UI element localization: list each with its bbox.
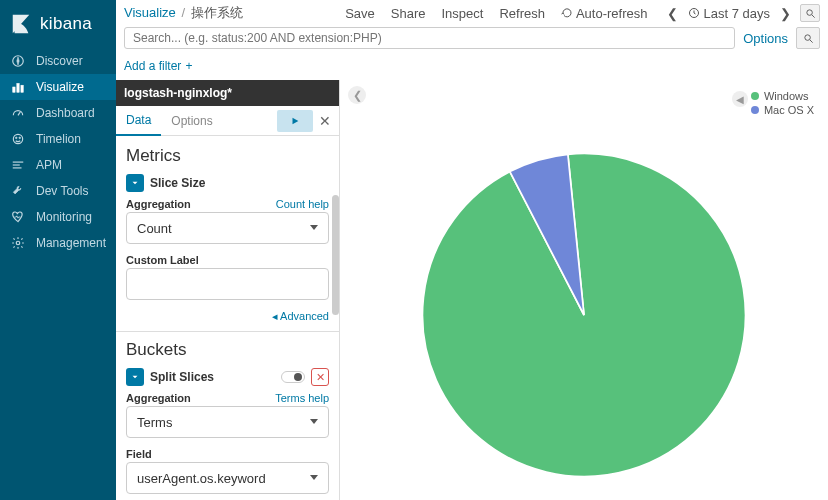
svg-point-13 [806, 9, 812, 15]
compass-icon [10, 53, 26, 69]
timelion-icon [10, 131, 26, 147]
search-icon [805, 8, 816, 19]
sidebar-item-management[interactable]: Management [0, 230, 116, 256]
legend-dot-icon [751, 106, 759, 114]
bucket-aggregation-label: Aggregation [126, 392, 191, 404]
visualization-area: ❮ ◀ WindowsMac OS X [340, 80, 828, 500]
play-icon [290, 116, 300, 126]
config-scroll[interactable]: Metrics Slice Size Aggregation Count hel… [116, 136, 339, 500]
legend: ◀ WindowsMac OS X [751, 90, 814, 118]
legend-item[interactable]: Mac OS X [751, 104, 814, 116]
split-slices-label: Split Slices [150, 370, 214, 384]
chevron-down-icon [310, 225, 318, 230]
svg-rect-1 [13, 87, 15, 92]
svg-point-6 [15, 137, 17, 139]
legend-label: Mac OS X [764, 104, 814, 116]
sidebar-item-devtools[interactable]: Dev Tools [0, 178, 116, 204]
search-input[interactable] [124, 27, 735, 49]
pie-chart[interactable] [414, 145, 754, 485]
custom-label-input[interactable] [126, 268, 329, 300]
sidebar-item-timelion[interactable]: Timelion [0, 126, 116, 152]
breadcrumb: Visualize / 操作系统 [124, 4, 331, 22]
filter-row: Add a filter + [116, 52, 828, 80]
time-prev-button[interactable]: ❮ [664, 4, 682, 22]
advanced-toggle[interactable]: ◂ Advanced [126, 310, 329, 323]
topbar: Visualize / 操作系统 Save Share Inspect Refr… [116, 0, 828, 24]
legend-label: Windows [764, 90, 809, 102]
bucket-collapse-toggle[interactable] [126, 368, 144, 386]
save-button[interactable]: Save [345, 6, 375, 21]
svg-rect-3 [21, 85, 23, 92]
scrollbar-thumb[interactable] [332, 195, 339, 315]
svg-rect-2 [17, 84, 19, 93]
index-pattern-bar[interactable]: logstash-nginxlog* [116, 80, 339, 106]
svg-point-11 [16, 241, 20, 245]
kibana-logo-icon [10, 13, 32, 35]
field-label: Field [126, 448, 152, 460]
sidebar-item-label: Management [36, 236, 106, 250]
sidebar-item-monitoring[interactable]: Monitoring [0, 204, 116, 230]
breadcrumb-current: 操作系统 [191, 5, 243, 20]
sidebar-item-dashboard[interactable]: Dashboard [0, 100, 116, 126]
count-help-link[interactable]: Count help [276, 198, 329, 210]
aggregation-label: Aggregation [126, 198, 191, 210]
metrics-title: Metrics [126, 146, 329, 166]
metric-aggregation-select[interactable]: Count [126, 212, 329, 244]
refresh-button[interactable]: Refresh [499, 6, 545, 21]
time-next-button[interactable]: ❯ [776, 4, 794, 22]
terms-help-link[interactable]: Terms help [275, 392, 329, 404]
sidebar-item-label: Discover [36, 54, 83, 68]
submit-search-button[interactable] [800, 4, 820, 22]
wrench-icon [10, 183, 26, 199]
legend-item[interactable]: Windows [751, 90, 814, 102]
content: logstash-nginxlog* Data Options ✕ Metric… [116, 80, 828, 500]
buckets-title: Buckets [126, 340, 329, 360]
main: Visualize / 操作系统 Save Share Inspect Refr… [116, 0, 828, 500]
refresh-icon [561, 7, 573, 19]
sidebar-item-label: Timelion [36, 132, 81, 146]
bucket-aggregation-select[interactable]: Terms [126, 406, 329, 438]
gauge-icon [10, 105, 26, 121]
sidebar: kibana Discover Visualize Dashboard Time… [0, 0, 116, 500]
tab-options[interactable]: Options [161, 106, 222, 136]
add-filter-button[interactable]: Add a filter + [124, 59, 192, 73]
collapse-panel-button[interactable]: ❮ [348, 86, 366, 104]
search-button[interactable] [796, 27, 820, 49]
apply-changes-button[interactable] [277, 110, 313, 132]
top-actions: Save Share Inspect Refresh Auto-refresh … [345, 4, 820, 22]
time-range-button[interactable]: Last 7 days [688, 6, 771, 21]
discard-changes-button[interactable]: ✕ [317, 113, 333, 129]
logo[interactable]: kibana [0, 0, 116, 48]
bucket-enable-toggle[interactable] [281, 371, 305, 383]
svg-line-14 [811, 14, 814, 17]
sidebar-item-discover[interactable]: Discover [0, 48, 116, 74]
metric-collapse-toggle[interactable] [126, 174, 144, 192]
breadcrumb-root[interactable]: Visualize [124, 5, 176, 20]
inspect-button[interactable]: Inspect [442, 6, 484, 21]
gear-icon [10, 235, 26, 251]
svg-line-16 [809, 39, 812, 42]
config-tabs: Data Options ✕ [116, 106, 339, 136]
lines-icon [10, 157, 26, 173]
search-icon [803, 33, 814, 44]
svg-point-7 [19, 137, 21, 139]
custom-label-label: Custom Label [126, 254, 199, 266]
sidebar-item-apm[interactable]: APM [0, 152, 116, 178]
breadcrumb-separator: / [179, 5, 187, 20]
tab-data[interactable]: Data [116, 106, 161, 136]
legend-toggle-button[interactable]: ◀ [732, 91, 748, 107]
sidebar-item-visualize[interactable]: Visualize [0, 74, 116, 100]
search-options-link[interactable]: Options [735, 31, 796, 46]
bucket-field-select[interactable]: userAgent.os.keyword [126, 462, 329, 494]
auto-refresh-button[interactable]: Auto-refresh [561, 6, 648, 21]
search-row: Options [116, 24, 828, 52]
time-picker: ❮ Last 7 days ❯ [664, 4, 821, 22]
svg-line-4 [18, 112, 20, 116]
svg-point-15 [804, 34, 810, 40]
plus-icon: + [185, 59, 192, 73]
slice-size-label: Slice Size [150, 176, 205, 190]
app-name: kibana [40, 14, 92, 34]
share-button[interactable]: Share [391, 6, 426, 21]
sidebar-item-label: Dashboard [36, 106, 95, 120]
remove-bucket-button[interactable]: ✕ [311, 368, 329, 386]
